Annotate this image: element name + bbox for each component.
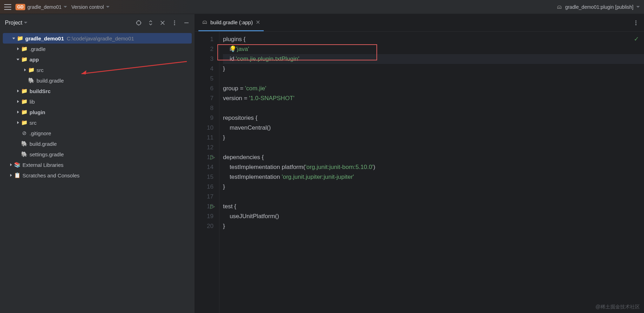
content-area: Project 📁 gradle_demo01 C:\code\java\gra… bbox=[0, 14, 644, 313]
gradle-icon: 🐘 bbox=[21, 151, 27, 157]
expand-arrow-icon[interactable] bbox=[15, 90, 20, 92]
chevron-down-icon bbox=[24, 22, 27, 24]
run-config-label: gradle_demo01:plugin [publish] bbox=[565, 4, 633, 10]
svg-point-0 bbox=[137, 21, 141, 25]
project-tree[interactable]: 📁 gradle_demo01 C:\code\java\gradle_demo… bbox=[0, 32, 195, 182]
vcs-menu[interactable]: Version control bbox=[71, 4, 110, 10]
expand-arrow-icon[interactable] bbox=[15, 59, 20, 60]
module-icon: 📁 bbox=[21, 88, 27, 94]
scratch-icon: 📋 bbox=[14, 172, 20, 178]
folder-icon: 📁 bbox=[21, 98, 27, 105]
folder-icon: 📁 bbox=[21, 46, 27, 52]
panel-header: Project bbox=[0, 14, 195, 32]
expand-arrow-icon[interactable] bbox=[15, 121, 20, 124]
run-configuration[interactable]: gradle_demo01:plugin [publish] bbox=[557, 4, 640, 10]
watermark: @稀土掘金技术社区 bbox=[596, 304, 640, 310]
run-icon[interactable]: ▷ bbox=[210, 202, 215, 211]
more-icon[interactable] bbox=[633, 20, 639, 26]
lightbulb-icon[interactable]: 💡 bbox=[229, 44, 237, 54]
minimize-icon[interactable] bbox=[183, 20, 190, 26]
tree-item-app[interactable]: 📁 app bbox=[0, 54, 195, 65]
gradle-icon: 🐘 bbox=[21, 141, 27, 147]
tree-item-src[interactable]: 📁 src bbox=[0, 117, 195, 128]
run-icon[interactable]: ▷ bbox=[210, 152, 215, 162]
tree-item-gitignore[interactable]: ⊘ .gitignore bbox=[0, 128, 195, 138]
gradle-icon: 🐘 bbox=[28, 77, 34, 84]
tree-item-lib[interactable]: 📁 lib bbox=[0, 96, 195, 107]
svg-point-8 bbox=[174, 22, 175, 24]
editor-tabs: build.gradle (:app) ✕ bbox=[195, 14, 644, 32]
project-name-label: gradle_demo01 bbox=[27, 4, 61, 10]
svg-point-7 bbox=[174, 20, 175, 21]
folder-icon: 📁 bbox=[21, 119, 27, 126]
tree-item-plugin[interactable]: 📁 plugin bbox=[0, 107, 195, 117]
svg-point-13 bbox=[636, 20, 637, 21]
module-icon: 📁 bbox=[21, 56, 27, 63]
project-badge: GD bbox=[15, 4, 25, 10]
gitignore-icon: ⊘ bbox=[21, 130, 27, 136]
tree-item-root-build-gradle[interactable]: 🐘 build.gradle bbox=[0, 138, 195, 149]
module-icon: 📁 bbox=[21, 109, 27, 115]
chevron-down-icon bbox=[64, 6, 67, 8]
editor-area: build.gradle (:app) ✕ 1 2 3 4 5 6 7 8 9 … bbox=[195, 14, 644, 313]
project-tool-window: Project 📁 gradle_demo01 C:\code\java\gra… bbox=[0, 14, 195, 313]
main-menu-icon[interactable] bbox=[4, 4, 11, 10]
chevron-down-icon bbox=[106, 6, 110, 8]
expand-arrow-icon[interactable] bbox=[22, 69, 27, 71]
tree-item-scratches[interactable]: 📋 Scratches and Consoles bbox=[0, 170, 195, 181]
expand-collapse-icon[interactable] bbox=[147, 20, 154, 26]
library-icon: 📚 bbox=[14, 162, 20, 168]
code-editor[interactable]: 1 2 3 4 5 6 7 8 9 10 11 12 ▷13 14 15 16 … bbox=[195, 32, 644, 313]
tree-item-gradle[interactable]: 📁 .gradle bbox=[0, 44, 195, 54]
expand-arrow-icon[interactable] bbox=[11, 38, 16, 39]
vcs-label: Version control bbox=[71, 4, 104, 10]
expand-arrow-icon[interactable] bbox=[8, 174, 13, 177]
tree-item-app-build-gradle[interactable]: 🐘 build.gradle bbox=[0, 75, 195, 86]
expand-arrow-icon[interactable] bbox=[8, 163, 13, 166]
target-icon[interactable] bbox=[136, 20, 142, 26]
chevron-down-icon bbox=[636, 6, 640, 8]
folder-icon: 📁 bbox=[28, 67, 34, 73]
code-content[interactable]: ✓ plugins { 💡 id 'java' id 'com.jie.plug… bbox=[219, 32, 644, 313]
expand-arrow-icon[interactable] bbox=[15, 100, 20, 103]
module-icon: 📁 bbox=[17, 35, 23, 41]
svg-point-9 bbox=[174, 24, 175, 25]
topbar: GD gradle_demo01 Version control gradle_… bbox=[0, 0, 644, 14]
tree-item-external-libraries[interactable]: 📚 External Libraries bbox=[0, 159, 195, 170]
panel-title[interactable]: Project bbox=[5, 20, 132, 26]
close-icon[interactable] bbox=[159, 20, 166, 26]
tab-build-gradle-app[interactable]: build.gradle (:app) ✕ bbox=[198, 14, 264, 31]
more-icon[interactable] bbox=[171, 20, 178, 26]
tab-label: build.gradle (:app) bbox=[210, 19, 253, 25]
project-selector[interactable]: GD gradle_demo01 bbox=[15, 4, 67, 10]
expand-arrow-icon[interactable] bbox=[15, 47, 20, 50]
close-icon[interactable]: ✕ bbox=[256, 19, 260, 26]
tree-item-settings-gradle[interactable]: 🐘 settings.gradle bbox=[0, 149, 195, 159]
expand-arrow-icon[interactable] bbox=[15, 111, 20, 113]
elephant-icon bbox=[557, 4, 562, 10]
svg-point-15 bbox=[636, 24, 637, 25]
tree-root[interactable]: 📁 gradle_demo01 C:\code\java\gradle_demo… bbox=[3, 33, 192, 44]
tree-item-app-src[interactable]: 📁 src bbox=[0, 65, 195, 75]
tree-item-buildsrc[interactable]: 📁 buildSrc bbox=[0, 86, 195, 96]
elephant-icon bbox=[202, 19, 208, 25]
svg-point-14 bbox=[636, 22, 637, 23]
gutter: 1 2 3 4 5 6 7 8 9 10 11 12 ▷13 14 15 16 … bbox=[195, 32, 219, 313]
